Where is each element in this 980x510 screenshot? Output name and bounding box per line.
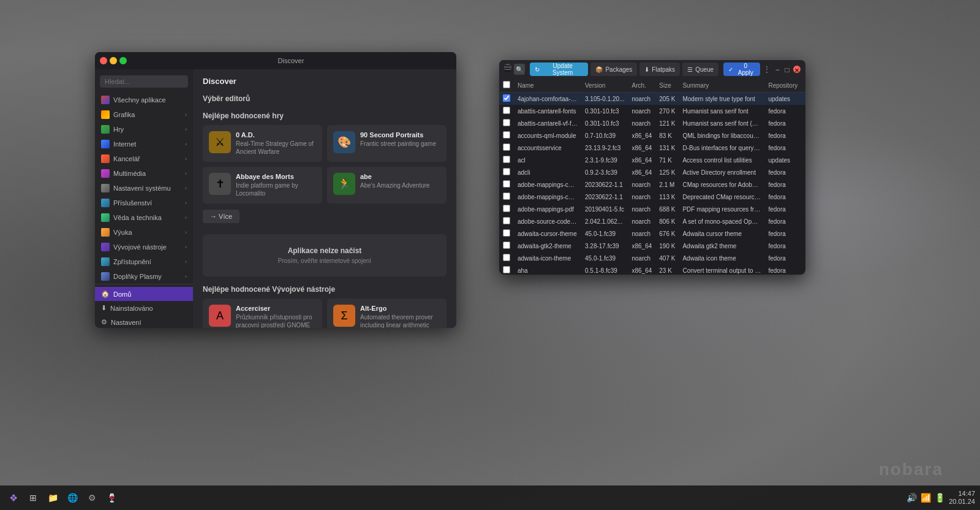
- col-header-repo[interactable]: Repository: [764, 78, 805, 93]
- pkgmgr-close-button[interactable]: ×: [793, 66, 801, 73]
- sidebar-item-multimedia[interactable]: Multimédia ›: [95, 166, 193, 181]
- app-card-altergo[interactable]: Σ Alt-Ergo Automated theorem prover incl…: [327, 299, 447, 328]
- row-summary: CMap resources for Adobe's chara: [679, 178, 764, 191]
- row-checkbox-cell[interactable]: [499, 227, 514, 240]
- taskbar-grid-icon[interactable]: ⊞: [24, 489, 42, 506]
- row-checkbox-cell[interactable]: [499, 117, 514, 129]
- battery-icon[interactable]: 🔋: [935, 493, 945, 503]
- row-repo: fedora: [764, 215, 805, 227]
- row-checkbox[interactable]: [503, 107, 510, 114]
- table-row: adobe-source-code-pro-for 2.042.1.062...…: [499, 215, 805, 227]
- row-checkbox[interactable]: [503, 205, 510, 212]
- pkgmgr-icon-button[interactable]: ☰: [504, 64, 511, 71]
- row-checkbox[interactable]: [503, 180, 510, 188]
- volume-icon[interactable]: 🔊: [907, 493, 917, 503]
- more-options-button[interactable]: ⋮: [763, 64, 771, 74]
- row-checkbox-cell[interactable]: [499, 93, 514, 105]
- row-repo: fedora: [764, 240, 805, 252]
- pkgmgr-maximize-button[interactable]: □: [783, 66, 791, 73]
- queue-button[interactable]: ☰ Queue: [682, 63, 718, 76]
- row-name: adobe-mappings-pdf: [514, 203, 581, 215]
- row-checkbox[interactable]: [503, 217, 510, 224]
- packages-button[interactable]: 📦 Packages: [590, 63, 637, 76]
- sidebar-item-domu[interactable]: 🏠 Domů: [95, 287, 193, 301]
- pkgmgr-minimize-button[interactable]: −: [774, 66, 781, 73]
- row-checkbox-cell[interactable]: [499, 142, 514, 154]
- row-name: 4ajohan-comfortaa-fonts: [514, 93, 581, 105]
- sidebar-item-veda[interactable]: Věda a technika ›: [95, 210, 193, 225]
- row-checkbox-cell[interactable]: [499, 129, 514, 142]
- row-checkbox-cell[interactable]: [499, 264, 514, 275]
- sidebar-item-grafika[interactable]: Grafika ›: [95, 107, 193, 122]
- app-card-accerciser[interactable]: A Accerciser Průzkumník přístupnosti pro…: [203, 299, 322, 328]
- table-row: accountsservice 23.13.9-2.fc3 x86_64 131…: [499, 142, 805, 154]
- sidebar-item-internet[interactable]: Internet ›: [95, 137, 193, 151]
- row-size: 125 K: [655, 166, 679, 178]
- sidebar-item-kancelar[interactable]: Kancelář ›: [95, 151, 193, 166]
- maximize-button[interactable]: [119, 57, 127, 64]
- sidebar-item-nainstalovano[interactable]: ⬇ Nainstalováno: [95, 301, 193, 315]
- row-checkbox[interactable]: [503, 94, 510, 102]
- row-checkbox-cell[interactable]: [499, 240, 514, 252]
- pkgmgr-titlebar: ☰ 🔍 ↻ Update System 📦 Packages ⬇ Flatpak…: [499, 60, 805, 78]
- row-checkbox[interactable]: [503, 156, 510, 163]
- more-button[interactable]: → Více: [203, 210, 239, 223]
- row-size: 2.1 M: [655, 178, 679, 191]
- flatpaks-button[interactable]: ⬇ Flatpaks: [639, 63, 680, 76]
- minimize-button[interactable]: [110, 57, 117, 64]
- col-header-version[interactable]: Version: [581, 78, 628, 93]
- apply-button[interactable]: ✓ 0 Apply: [723, 63, 760, 76]
- select-all-checkbox[interactable]: [503, 81, 510, 88]
- app-card-0ad[interactable]: ⚔ 0 A.D. Real-Time Strategy Game of Anci…: [203, 125, 322, 162]
- row-checkbox-cell[interactable]: [499, 215, 514, 227]
- app-card-abbaye[interactable]: ✝ Abbaye des Morts Indie platform game b…: [203, 167, 322, 204]
- row-checkbox[interactable]: [503, 119, 510, 126]
- table-header-row: Name Version Arch. Size Summary Reposito…: [499, 78, 805, 93]
- sidebar-item-nastaveni-systemu[interactable]: Nastavení systému ›: [95, 181, 193, 196]
- row-checkbox[interactable]: [503, 143, 510, 151]
- search-input[interactable]: [100, 75, 188, 88]
- app-card-abe[interactable]: 🏃 abe Abe's Amazing Adventure: [327, 167, 447, 204]
- row-checkbox[interactable]: [503, 192, 510, 200]
- app-info-accerciser: Accerciser Průzkumník přístupnosti pro p…: [236, 305, 316, 328]
- row-checkbox-cell[interactable]: [499, 203, 514, 215]
- sidebar-item-vyvojove[interactable]: Vývojové nástroje ›: [95, 240, 193, 254]
- row-summary: A set of mono-spaced OpenType f: [679, 215, 764, 227]
- row-checkbox[interactable]: [503, 168, 510, 175]
- taskbar-wine-icon[interactable]: 🍷: [103, 489, 120, 506]
- app-card-90second[interactable]: 🎨 90 Second Portraits Frantic street pai…: [327, 125, 447, 162]
- row-checkbox-cell[interactable]: [499, 105, 514, 117]
- row-name: adwaita-cursor-theme: [514, 227, 581, 240]
- sidebar-item-prislusenstvi[interactable]: Příslušenství ›: [95, 196, 193, 210]
- taskbar-start-icon[interactable]: ❖: [5, 489, 22, 506]
- col-header-summary[interactable]: Summary: [679, 78, 764, 93]
- row-checkbox-cell[interactable]: [499, 178, 514, 191]
- network-icon[interactable]: 📶: [921, 493, 931, 503]
- vyvojove-icon: [101, 243, 110, 251]
- sidebar-item-nastaveni[interactable]: ⚙ Nastavení: [95, 315, 193, 328]
- row-checkbox[interactable]: [503, 229, 510, 237]
- sidebar-item-vsechny[interactable]: Všechny aplikace: [95, 93, 193, 107]
- taskbar-files-icon[interactable]: 📁: [44, 489, 61, 506]
- col-header-size[interactable]: Size: [655, 78, 679, 93]
- col-header-arch[interactable]: Arch.: [628, 78, 656, 93]
- app-info-90second: 90 Second Portraits Frantic street paint…: [360, 131, 440, 148]
- row-checkbox-cell[interactable]: [499, 252, 514, 264]
- taskbar-settings-icon[interactable]: ⚙: [83, 489, 100, 506]
- update-system-button[interactable]: ↻ Update System: [530, 63, 588, 76]
- pkgmgr-search-button[interactable]: 🔍: [514, 64, 525, 75]
- row-checkbox[interactable]: [503, 242, 510, 249]
- row-checkbox[interactable]: [503, 254, 510, 261]
- taskbar-browser-icon[interactable]: 🌐: [64, 489, 81, 506]
- sidebar-item-zpristupneni[interactable]: Zpřístupnění ›: [95, 254, 193, 269]
- sidebar-item-doplnky[interactable]: Doplňky Plasmy ›: [95, 269, 193, 284]
- sidebar-item-vyuka[interactable]: Výuka ›: [95, 225, 193, 240]
- sidebar-item-hry[interactable]: Hry ›: [95, 122, 193, 137]
- col-header-name[interactable]: Name: [514, 78, 581, 93]
- row-checkbox-cell[interactable]: [499, 154, 514, 166]
- row-checkbox[interactable]: [503, 266, 510, 273]
- row-checkbox-cell[interactable]: [499, 191, 514, 203]
- row-checkbox-cell[interactable]: [499, 166, 514, 178]
- row-checkbox[interactable]: [503, 131, 510, 139]
- close-button[interactable]: [100, 57, 107, 64]
